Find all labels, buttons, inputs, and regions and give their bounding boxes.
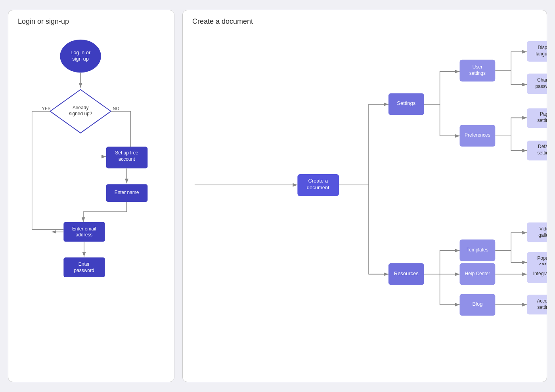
login-signup-label2: sign up: [72, 56, 89, 62]
setup-label1: Set up free: [115, 150, 138, 156]
pref-trunk-up: [495, 118, 527, 136]
create-doc-label1: Create a: [308, 178, 328, 184]
user-trunk-up: [495, 52, 527, 70]
right-diagram: Create a document Settings User settings: [183, 10, 547, 382]
account-settings-label2: settings: [537, 304, 547, 310]
enter-email-label2: address: [76, 232, 93, 238]
help-center-label: Help Center: [465, 271, 490, 276]
user-trunk-down: [511, 70, 527, 85]
account-settings-label1: Account: [537, 298, 547, 304]
popular-cases-label1: Popular: [537, 255, 547, 261]
settings-trunk-up: [424, 72, 460, 105]
yes-label: YES: [42, 106, 51, 111]
video-gallery-label2: gallery: [538, 232, 547, 238]
page-settings-label1: Page: [540, 111, 547, 117]
tmpl-trunk-down: [511, 251, 527, 263]
enter-password-label2: password: [74, 268, 94, 273]
no-label: NO: [113, 106, 119, 111]
create-doc-label2: document: [307, 185, 329, 190]
trunk-down: [369, 185, 388, 274]
pref-trunk-down: [511, 136, 527, 150]
diamond-label1: Already: [73, 105, 89, 110]
change-pass-label1: Change: [537, 77, 547, 83]
video-gallery-label1: Video: [540, 226, 547, 232]
integrations-label: Integrations: [533, 271, 547, 276]
default-settings-label2: settings: [537, 150, 547, 156]
templates-label: Templates: [467, 247, 488, 253]
login-signup-label: Log in or: [71, 49, 91, 55]
page-settings-label2: settings: [537, 118, 547, 123]
setup-label2: account: [119, 156, 135, 162]
left-diagram: Log in or sign up Already signed up? YES…: [8, 10, 174, 382]
settings-trunk-down: [440, 105, 460, 136]
tmpl-trunk-up: [495, 233, 527, 251]
display-lang-label2: language: [536, 51, 547, 57]
enter-password-label1: Enter: [78, 261, 90, 267]
res-trunk-up: [424, 251, 460, 274]
enter-email-label1: Enter email: [72, 226, 96, 232]
left-panel: Login or sign-up Log in or sign up Alrea…: [8, 10, 174, 382]
user-settings-label2: settings: [469, 70, 486, 76]
blog-label: Blog: [472, 301, 482, 307]
default-settings-label1: Default: [538, 144, 547, 149]
trunk-up: [339, 105, 388, 185]
display-lang-label1: Display: [538, 45, 547, 50]
preferences-label: Preferences: [465, 132, 490, 138]
arrow-name-email: [83, 202, 126, 222]
left-panel-title: Login or sign-up: [18, 17, 69, 26]
res-trunk-mid: [440, 274, 460, 305]
user-settings-label1: User: [473, 64, 482, 70]
yes-branch-line: [32, 111, 64, 230]
settings-label: Settings: [397, 101, 415, 107]
right-panel: Create a document Create a document Sett…: [182, 10, 547, 382]
diamond-label2: signed up?: [69, 111, 92, 116]
resources-label: Resources: [394, 270, 419, 276]
right-panel-title: Create a document: [192, 17, 253, 26]
enter-name-label: Enter name: [115, 190, 139, 195]
change-pass-label2: password: [535, 84, 547, 89]
